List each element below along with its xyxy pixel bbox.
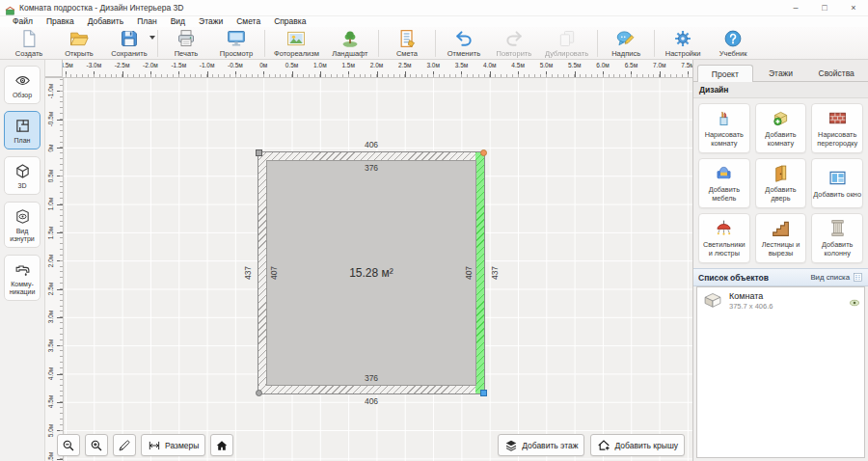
zoom-in-button[interactable]: [85, 434, 108, 456]
dim-right-inner: 407: [464, 258, 474, 287]
add-furniture-button[interactable]: Добавить мебель: [698, 158, 750, 208]
sidebar-item-overview[interactable]: Обзор: [4, 66, 41, 104]
overview-eye-icon: [14, 72, 31, 89]
tab-properties[interactable]: Свойства: [808, 64, 864, 81]
window-controls: – □ ×: [781, 0, 868, 15]
corner-handle-top-left[interactable]: [256, 149, 262, 156]
menu-help[interactable]: Справка: [267, 16, 312, 27]
add-roof-label: Добавить крышу: [614, 441, 678, 450]
landscape-button[interactable]: Ландшафт: [325, 28, 375, 59]
ruler-h-label: 6.5м: [625, 62, 638, 68]
undo-button[interactable]: Отменить: [439, 28, 489, 59]
wall-top[interactable]: [258, 152, 484, 161]
app-icon: [5, 3, 15, 14]
ruler-h-tick: [546, 71, 547, 77]
room-object-icon: [701, 291, 724, 311]
list-view-icon: [853, 272, 863, 283]
open-button[interactable]: Открыть: [54, 28, 104, 59]
object-size: 375.7 x 406.6: [729, 302, 844, 311]
new-button[interactable]: Создать: [4, 28, 54, 59]
add-floor-button[interactable]: Добавить этаж: [498, 434, 584, 456]
add-roof-button[interactable]: Добавить крышу: [590, 434, 685, 456]
ruler-h-tick: [66, 71, 67, 77]
ruler-h-label: 2.5м: [398, 62, 412, 68]
estimate-button[interactable]: Смета: [382, 28, 432, 59]
save-button[interactable]: Сохранить: [104, 28, 154, 59]
zoom-out-button[interactable]: [57, 434, 80, 456]
estimate-icon: [397, 29, 417, 48]
ruler-h-label: 7.0м: [653, 62, 666, 68]
ruler-v-label: 3.0м: [46, 304, 55, 331]
sidebar-item-3d[interactable]: 3D: [4, 156, 41, 195]
measure-button[interactable]: [113, 434, 136, 456]
ruler-h-tick: [688, 71, 689, 77]
preview-label: Просмотр: [220, 49, 253, 58]
redo-icon: [504, 29, 524, 48]
add-room-button[interactable]: Добавить комнату: [755, 103, 807, 153]
canvas-zoom-toolbar: Размеры: [57, 434, 233, 456]
dimensions-button[interactable]: Размеры: [141, 434, 205, 456]
menu-floors[interactable]: Этажи: [192, 16, 230, 27]
wall-right-selected[interactable]: [475, 152, 484, 393]
lights-button[interactable]: Светильники и люстры: [698, 213, 750, 263]
visibility-eye-icon[interactable]: [849, 295, 860, 307]
dimensions-label: Размеры: [165, 441, 199, 450]
zoom-in-icon: [90, 439, 103, 452]
view-sidebar: ОбзорПлан3DВид изнутриКомму-никации: [0, 60, 45, 461]
room-floor[interactable]: 15.28 м²: [267, 161, 475, 385]
sidebar-item-inside-view[interactable]: Вид изнутри: [4, 202, 41, 248]
draw-partition-button[interactable]: Нарисовать перегородку: [811, 103, 863, 153]
maximize-button[interactable]: □: [810, 0, 839, 15]
tab-floors[interactable]: Этажи: [753, 64, 809, 81]
ruler-h-label: -2.0м: [143, 62, 158, 68]
ruler-h-label: 0м: [259, 62, 267, 68]
ruler-h-tick: [292, 71, 293, 77]
close-button[interactable]: ×: [839, 0, 868, 15]
annotation-button[interactable]: Надпись: [601, 28, 651, 59]
corner-handle-bottom-left[interactable]: [256, 390, 262, 396]
floor-plan-canvas[interactable]: -3.5м-3.0м-2.5м-2.0м-1.5м-1.0м-0.5м0м0.5…: [45, 60, 692, 461]
menu-edit[interactable]: Правка: [40, 16, 81, 27]
home-button[interactable]: [210, 434, 233, 456]
print-button[interactable]: Печать: [161, 28, 211, 59]
toolbar-separator: [157, 30, 158, 57]
menu-view[interactable]: Вид: [164, 16, 192, 27]
settings-button[interactable]: Настройки: [658, 28, 708, 59]
tutorial-button[interactable]: Учебник: [708, 28, 758, 59]
room-plan[interactable]: 15.28 м² 406 376 376 406 437 407 407 437: [258, 152, 484, 393]
stairs-button[interactable]: Лестницы и вырезы: [755, 213, 807, 263]
list-view-toggle[interactable]: Вид списка: [810, 272, 863, 283]
ruler-h-label: 6.0м: [596, 62, 610, 68]
photorealism-button[interactable]: Фотореализм: [268, 28, 325, 59]
minimize-button[interactable]: –: [781, 0, 810, 15]
object-list-item[interactable]: Комната375.7 x 406.6: [697, 287, 864, 314]
save-dropdown-arrow[interactable]: [149, 36, 155, 40]
add-door-button[interactable]: Добавить дверь: [755, 158, 807, 208]
window-title: Комната подростка - Дизайн Интерьера 3D: [19, 3, 183, 13]
sidebar-item-plan[interactable]: План: [4, 111, 41, 149]
ruler-v-tick: [57, 345, 63, 346]
ruler-v-label: 4.5м: [46, 389, 55, 416]
add-window-button[interactable]: Добавить окно: [811, 158, 863, 208]
stairs-icon: [771, 218, 791, 238]
menu-add[interactable]: Добавить: [81, 16, 131, 27]
wall-bottom[interactable]: [258, 385, 484, 393]
save-icon: [120, 29, 139, 48]
menu-estimate[interactable]: Смета: [230, 16, 267, 27]
draw-room-button[interactable]: Нарисовать комнату: [698, 103, 750, 153]
preview-button[interactable]: Просмотр: [211, 28, 261, 59]
ruler-h-tick: [178, 71, 179, 77]
print-label: Печать: [175, 49, 199, 58]
ruler-h-label: -3.0м: [86, 62, 101, 68]
sidebar-item-communications[interactable]: Комму-никации: [4, 255, 41, 301]
corner-handle-bottom-right[interactable]: [480, 390, 487, 396]
corner-handle-top-right[interactable]: [480, 149, 487, 156]
tab-project[interactable]: Проект: [697, 65, 753, 82]
photorealism-label: Фотореализм: [274, 49, 319, 58]
add-column-button[interactable]: Добавить колонну: [811, 213, 863, 263]
wall-left[interactable]: [258, 152, 267, 393]
menu-plan[interactable]: План: [130, 16, 164, 27]
new-document-icon: [19, 29, 39, 48]
ruler-h-tick: [263, 71, 264, 77]
menu-file[interactable]: Файл: [6, 16, 40, 27]
